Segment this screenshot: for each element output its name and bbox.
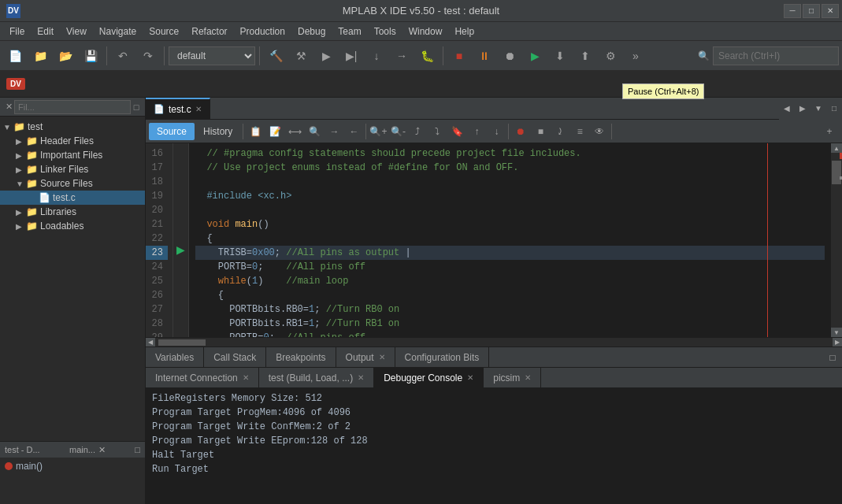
tab-dropdown-button[interactable]: ▼ bbox=[810, 98, 826, 120]
source-tab-button[interactable]: Source bbox=[149, 123, 195, 140]
etb-add-btn[interactable]: + bbox=[820, 123, 839, 140]
close-tab-btn[interactable]: ✕ bbox=[98, 445, 106, 455]
scroll-track[interactable] bbox=[831, 153, 842, 328]
tab-next-button[interactable]: ▶ bbox=[795, 98, 810, 120]
debug-button[interactable]: 🐛 bbox=[415, 45, 439, 67]
menu-debug[interactable]: Debug bbox=[291, 24, 332, 39]
code-hscroll[interactable]: ◀ ▶ bbox=[146, 337, 842, 346]
prog-button[interactable]: ⬇ bbox=[548, 45, 572, 67]
bp-22[interactable] bbox=[173, 228, 188, 243]
redo-button[interactable]: ↷ bbox=[136, 45, 160, 67]
build-tab-close[interactable]: ✕ bbox=[358, 373, 364, 382]
tab-variables[interactable]: Variables bbox=[146, 347, 204, 368]
tree-item-loadables[interactable]: ▶ 📁 Loadables bbox=[0, 219, 145, 233]
etb-nav1-btn[interactable]: ⤴ bbox=[408, 123, 427, 140]
new-project-button[interactable]: 📁 bbox=[28, 45, 52, 67]
save-button[interactable]: 💾 bbox=[79, 45, 102, 67]
debugger-tab-close[interactable]: ✕ bbox=[467, 373, 473, 382]
editor-scrollbar[interactable]: ▲ ▼ bbox=[831, 143, 842, 337]
tab-call-stack[interactable]: Call Stack bbox=[204, 347, 266, 368]
run-step-button[interactable]: ▶| bbox=[339, 45, 363, 67]
tree-item-test-c[interactable]: ▶ 📄 test.c bbox=[0, 191, 145, 205]
etb-stop-btn[interactable]: ■ bbox=[531, 123, 550, 140]
tree-item-header-files[interactable]: ▶ 📁 Header Files bbox=[0, 134, 145, 148]
reset-button[interactable]: ▶ bbox=[523, 45, 547, 67]
sub-tab-picsim[interactable]: picsim ✕ bbox=[484, 368, 541, 388]
menu-team[interactable]: Team bbox=[332, 24, 367, 39]
sub-tab-debugger-console[interactable]: Debugger Console ✕ bbox=[374, 368, 484, 388]
tab-output[interactable]: Output ✕ bbox=[336, 347, 395, 368]
tab-expand-button[interactable]: □ bbox=[826, 98, 842, 120]
clean-build-button[interactable]: ⚒ bbox=[289, 45, 313, 67]
more-button[interactable]: ⬆ bbox=[573, 45, 597, 67]
etb-bookmark-btn[interactable]: 🔖 bbox=[447, 123, 466, 140]
scroll-thumb[interactable] bbox=[832, 161, 841, 184]
menu-source[interactable]: Source bbox=[143, 24, 185, 39]
etb-vars-btn[interactable]: ≡ bbox=[570, 123, 589, 140]
bp-17[interactable] bbox=[173, 158, 188, 172]
etb-step-btn[interactable]: ⤸ bbox=[551, 123, 569, 140]
menu-file[interactable]: File bbox=[3, 24, 31, 39]
config-dropdown[interactable]: default bbox=[169, 46, 255, 65]
continue-button[interactable]: ⏺ bbox=[498, 45, 521, 67]
pause-button[interactable]: ⏸ bbox=[473, 45, 496, 67]
picsim-tab-close[interactable]: ✕ bbox=[525, 373, 531, 382]
bp-24[interactable] bbox=[173, 257, 188, 271]
minimize-button[interactable]: ─ bbox=[784, 4, 801, 18]
bp-18[interactable] bbox=[173, 172, 188, 186]
etb-fwd-btn[interactable]: → bbox=[325, 123, 343, 140]
bp-21[interactable] bbox=[173, 214, 188, 228]
code-content[interactable]: // #pragma config statements should prec… bbox=[189, 143, 831, 337]
tab-breakpoints[interactable]: Breakpoints bbox=[266, 347, 336, 368]
panel-close-button[interactable]: ✕ bbox=[3, 100, 14, 114]
bp-20[interactable] bbox=[173, 200, 188, 214]
run-button[interactable]: ▶ bbox=[314, 45, 338, 67]
etb-copy-btn[interactable]: 📋 bbox=[246, 123, 265, 140]
extra-button[interactable]: ⚙ bbox=[599, 45, 622, 67]
step-over-button[interactable]: → bbox=[390, 45, 414, 67]
panel-expand-button[interactable]: □ bbox=[131, 100, 142, 114]
bp-16[interactable] bbox=[173, 143, 188, 158]
etb-next-bm-btn[interactable]: ↓ bbox=[487, 123, 506, 140]
scroll-down-btn[interactable]: ▼ bbox=[831, 328, 842, 337]
bp-19[interactable] bbox=[173, 186, 188, 200]
menu-edit[interactable]: Edit bbox=[31, 24, 60, 39]
editor-tab-test-c[interactable]: 📄 test.c ✕ bbox=[146, 98, 210, 120]
output-tab-close[interactable]: ✕ bbox=[379, 353, 385, 361]
etb-breakpoint-btn[interactable]: ⏺ bbox=[511, 123, 530, 140]
menu-window[interactable]: Window bbox=[402, 24, 449, 39]
etb-diff-btn[interactable]: ⟷ bbox=[285, 123, 304, 140]
bp-25[interactable] bbox=[173, 271, 188, 285]
tree-item-important-files[interactable]: ▶ 📁 Important Files bbox=[0, 148, 145, 162]
etb-zoom-out-btn[interactable]: 🔍- bbox=[388, 123, 407, 140]
tree-item-linker-files[interactable]: ▶ 📁 Linker Files bbox=[0, 162, 145, 176]
menu-refactor[interactable]: Refactor bbox=[185, 24, 233, 39]
step-into-button[interactable]: ↓ bbox=[365, 45, 388, 67]
etb-zoom-in-btn[interactable]: 🔍+ bbox=[369, 123, 388, 140]
undo-button[interactable]: ↶ bbox=[111, 45, 135, 67]
tab-prev-button[interactable]: ◀ bbox=[779, 98, 795, 120]
tab-config-bits[interactable]: Configuration Bits bbox=[395, 347, 490, 368]
sub-tab-internet[interactable]: Internet Connection ✕ bbox=[146, 368, 259, 388]
bp-28[interactable] bbox=[173, 313, 188, 328]
menu-view[interactable]: View bbox=[60, 24, 93, 39]
etb-search-btn[interactable]: 🔍 bbox=[305, 123, 324, 140]
bp-26[interactable] bbox=[173, 285, 188, 299]
hscroll-track[interactable] bbox=[158, 339, 829, 346]
bp-23[interactable]: ▶ bbox=[173, 243, 188, 257]
etb-watch-btn[interactable]: 👁 bbox=[590, 123, 609, 140]
menu-tools[interactable]: Tools bbox=[368, 24, 402, 39]
build-button[interactable]: 🔨 bbox=[264, 45, 287, 67]
hscroll-right-btn[interactable]: ▶ bbox=[833, 338, 842, 347]
menu-production[interactable]: Production bbox=[234, 24, 291, 39]
hscroll-left-btn[interactable]: ◀ bbox=[146, 338, 155, 347]
etb-prev-bm-btn[interactable]: ↑ bbox=[467, 123, 486, 140]
file-search-input[interactable] bbox=[14, 100, 131, 114]
bp-27[interactable] bbox=[173, 299, 188, 313]
bottom-panel-expand[interactable]: □ bbox=[823, 347, 842, 368]
stop-button[interactable]: ■ bbox=[447, 45, 471, 67]
tree-item-project[interactable]: ▼ 📁 test bbox=[0, 120, 145, 134]
history-tab-button[interactable]: History bbox=[195, 123, 240, 140]
internet-tab-close[interactable]: ✕ bbox=[243, 373, 249, 382]
etb-nav2-btn[interactable]: ⤵ bbox=[428, 123, 447, 140]
